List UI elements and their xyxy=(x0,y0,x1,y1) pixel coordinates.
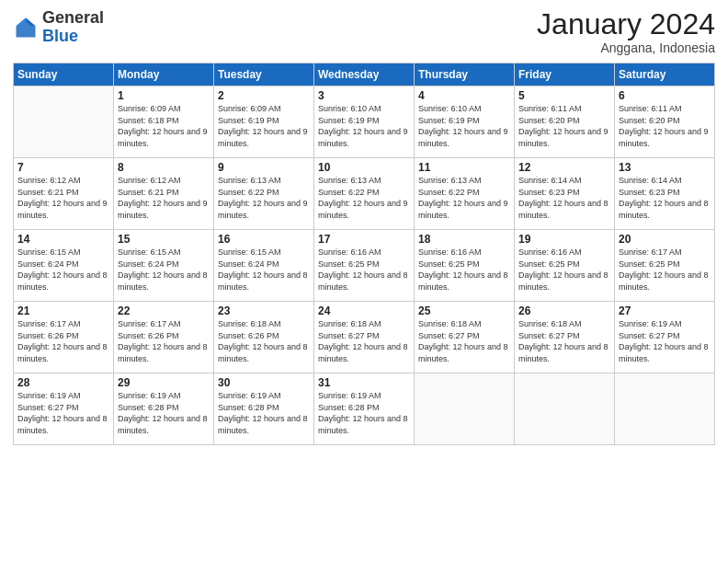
day-number: 5 xyxy=(518,89,610,102)
day-number: 14 xyxy=(17,233,109,246)
day-number: 30 xyxy=(218,376,310,389)
day-info: Sunrise: 6:18 AMSunset: 6:27 PMDaylight:… xyxy=(418,318,510,364)
calendar-cell: 28Sunrise: 6:19 AMSunset: 6:27 PMDayligh… xyxy=(14,373,114,445)
day-info: Sunrise: 6:18 AMSunset: 6:27 PMDaylight:… xyxy=(518,318,610,364)
calendar-week-row: 14Sunrise: 6:15 AMSunset: 6:24 PMDayligh… xyxy=(14,230,715,302)
day-info: Sunrise: 6:19 AMSunset: 6:28 PMDaylight:… xyxy=(118,390,210,436)
calendar-cell: 16Sunrise: 6:15 AMSunset: 6:24 PMDayligh… xyxy=(214,230,314,302)
calendar-cell: 5Sunrise: 6:11 AMSunset: 6:20 PMDaylight… xyxy=(515,86,615,158)
day-info: Sunrise: 6:10 AMSunset: 6:19 PMDaylight:… xyxy=(418,103,510,149)
calendar-table: SundayMondayTuesdayWednesdayThursdayFrid… xyxy=(13,63,715,445)
calendar-weekday-sunday: Sunday xyxy=(14,63,114,86)
day-number: 11 xyxy=(418,161,510,174)
calendar-weekday-wednesday: Wednesday xyxy=(314,63,415,86)
calendar-weekday-friday: Friday xyxy=(515,63,615,86)
day-number: 17 xyxy=(318,233,410,246)
title-section: January 2024 Anggana, Indonesia xyxy=(537,9,715,55)
calendar-cell: 7Sunrise: 6:12 AMSunset: 6:21 PMDaylight… xyxy=(14,158,114,230)
calendar-cell: 14Sunrise: 6:15 AMSunset: 6:24 PMDayligh… xyxy=(14,230,114,302)
day-number: 8 xyxy=(118,161,210,174)
calendar-cell: 24Sunrise: 6:18 AMSunset: 6:27 PMDayligh… xyxy=(314,302,415,373)
calendar-cell xyxy=(415,373,515,445)
day-number: 31 xyxy=(318,376,410,389)
day-info: Sunrise: 6:18 AMSunset: 6:27 PMDaylight:… xyxy=(318,318,410,364)
calendar-cell xyxy=(615,373,715,445)
day-number: 28 xyxy=(17,376,109,389)
logo-icon xyxy=(13,15,39,40)
calendar-cell: 22Sunrise: 6:17 AMSunset: 6:26 PMDayligh… xyxy=(114,302,214,373)
day-info: Sunrise: 6:15 AMSunset: 6:24 PMDaylight:… xyxy=(118,247,210,293)
calendar-week-row: 28Sunrise: 6:19 AMSunset: 6:27 PMDayligh… xyxy=(14,373,715,445)
page-header: General Blue January 2024 Anggana, Indon… xyxy=(13,9,715,55)
calendar-cell: 11Sunrise: 6:13 AMSunset: 6:22 PMDayligh… xyxy=(415,158,515,230)
calendar-cell: 1Sunrise: 6:09 AMSunset: 6:18 PMDaylight… xyxy=(114,86,214,158)
day-number: 4 xyxy=(418,89,510,102)
logo: General Blue xyxy=(13,9,104,46)
month-title: January 2024 xyxy=(537,9,715,39)
day-info: Sunrise: 6:14 AMSunset: 6:23 PMDaylight:… xyxy=(518,175,610,221)
calendar-cell: 9Sunrise: 6:13 AMSunset: 6:22 PMDaylight… xyxy=(214,158,314,230)
calendar-cell: 12Sunrise: 6:14 AMSunset: 6:23 PMDayligh… xyxy=(515,158,615,230)
day-info: Sunrise: 6:19 AMSunset: 6:28 PMDaylight:… xyxy=(218,390,310,436)
day-info: Sunrise: 6:15 AMSunset: 6:24 PMDaylight:… xyxy=(17,247,109,293)
calendar-week-row: 1Sunrise: 6:09 AMSunset: 6:18 PMDaylight… xyxy=(14,86,715,158)
subtitle: Anggana, Indonesia xyxy=(537,40,715,55)
day-number: 26 xyxy=(518,304,610,317)
day-number: 29 xyxy=(118,376,210,389)
day-info: Sunrise: 6:13 AMSunset: 6:22 PMDaylight:… xyxy=(218,175,310,221)
day-number: 9 xyxy=(218,161,310,174)
day-number: 27 xyxy=(619,304,711,317)
calendar-cell: 26Sunrise: 6:18 AMSunset: 6:27 PMDayligh… xyxy=(515,302,615,373)
day-number: 24 xyxy=(318,304,410,317)
day-number: 22 xyxy=(118,304,210,317)
calendar-cell: 15Sunrise: 6:15 AMSunset: 6:24 PMDayligh… xyxy=(114,230,214,302)
day-info: Sunrise: 6:09 AMSunset: 6:19 PMDaylight:… xyxy=(218,103,310,149)
day-number: 7 xyxy=(17,161,109,174)
calendar-header-row: SundayMondayTuesdayWednesdayThursdayFrid… xyxy=(14,63,715,86)
day-info: Sunrise: 6:19 AMSunset: 6:28 PMDaylight:… xyxy=(318,390,410,436)
day-info: Sunrise: 6:16 AMSunset: 6:25 PMDaylight:… xyxy=(418,247,510,293)
calendar-cell: 8Sunrise: 6:12 AMSunset: 6:21 PMDaylight… xyxy=(114,158,214,230)
day-info: Sunrise: 6:17 AMSunset: 6:26 PMDaylight:… xyxy=(118,318,210,364)
day-number: 20 xyxy=(619,233,711,246)
calendar-cell: 27Sunrise: 6:19 AMSunset: 6:27 PMDayligh… xyxy=(615,302,715,373)
day-number: 13 xyxy=(619,161,711,174)
calendar-cell: 29Sunrise: 6:19 AMSunset: 6:28 PMDayligh… xyxy=(114,373,214,445)
day-info: Sunrise: 6:16 AMSunset: 6:25 PMDaylight:… xyxy=(318,247,410,293)
calendar-cell: 3Sunrise: 6:10 AMSunset: 6:19 PMDaylight… xyxy=(314,86,415,158)
calendar-cell: 31Sunrise: 6:19 AMSunset: 6:28 PMDayligh… xyxy=(314,373,415,445)
calendar-cell: 10Sunrise: 6:13 AMSunset: 6:22 PMDayligh… xyxy=(314,158,415,230)
day-info: Sunrise: 6:19 AMSunset: 6:27 PMDaylight:… xyxy=(17,390,109,436)
calendar-week-row: 7Sunrise: 6:12 AMSunset: 6:21 PMDaylight… xyxy=(14,158,715,230)
calendar-cell xyxy=(515,373,615,445)
logo-blue: Blue xyxy=(42,27,78,45)
day-info: Sunrise: 6:17 AMSunset: 6:25 PMDaylight:… xyxy=(619,247,711,293)
day-number: 19 xyxy=(518,233,610,246)
day-number: 15 xyxy=(118,233,210,246)
calendar-cell: 20Sunrise: 6:17 AMSunset: 6:25 PMDayligh… xyxy=(615,230,715,302)
day-number: 25 xyxy=(418,304,510,317)
day-info: Sunrise: 6:15 AMSunset: 6:24 PMDaylight:… xyxy=(218,247,310,293)
day-info: Sunrise: 6:12 AMSunset: 6:21 PMDaylight:… xyxy=(118,175,210,221)
day-info: Sunrise: 6:17 AMSunset: 6:26 PMDaylight:… xyxy=(17,318,109,364)
calendar-cell: 25Sunrise: 6:18 AMSunset: 6:27 PMDayligh… xyxy=(415,302,515,373)
calendar-weekday-tuesday: Tuesday xyxy=(214,63,314,86)
day-number: 23 xyxy=(218,304,310,317)
calendar-cell: 30Sunrise: 6:19 AMSunset: 6:28 PMDayligh… xyxy=(214,373,314,445)
calendar-cell: 2Sunrise: 6:09 AMSunset: 6:19 PMDaylight… xyxy=(214,86,314,158)
logo-general: General xyxy=(42,8,104,27)
day-number: 21 xyxy=(17,304,109,317)
day-info: Sunrise: 6:12 AMSunset: 6:21 PMDaylight:… xyxy=(17,175,109,221)
logo-text: General Blue xyxy=(42,9,104,46)
day-info: Sunrise: 6:18 AMSunset: 6:26 PMDaylight:… xyxy=(218,318,310,364)
day-info: Sunrise: 6:16 AMSunset: 6:25 PMDaylight:… xyxy=(518,247,610,293)
day-number: 10 xyxy=(318,161,410,174)
calendar-cell: 23Sunrise: 6:18 AMSunset: 6:26 PMDayligh… xyxy=(214,302,314,373)
calendar-weekday-thursday: Thursday xyxy=(415,63,515,86)
day-info: Sunrise: 6:11 AMSunset: 6:20 PMDaylight:… xyxy=(619,103,711,149)
calendar-weekday-monday: Monday xyxy=(114,63,214,86)
day-number: 1 xyxy=(118,89,210,102)
day-info: Sunrise: 6:13 AMSunset: 6:22 PMDaylight:… xyxy=(318,175,410,221)
calendar-week-row: 21Sunrise: 6:17 AMSunset: 6:26 PMDayligh… xyxy=(14,302,715,373)
day-number: 18 xyxy=(418,233,510,246)
